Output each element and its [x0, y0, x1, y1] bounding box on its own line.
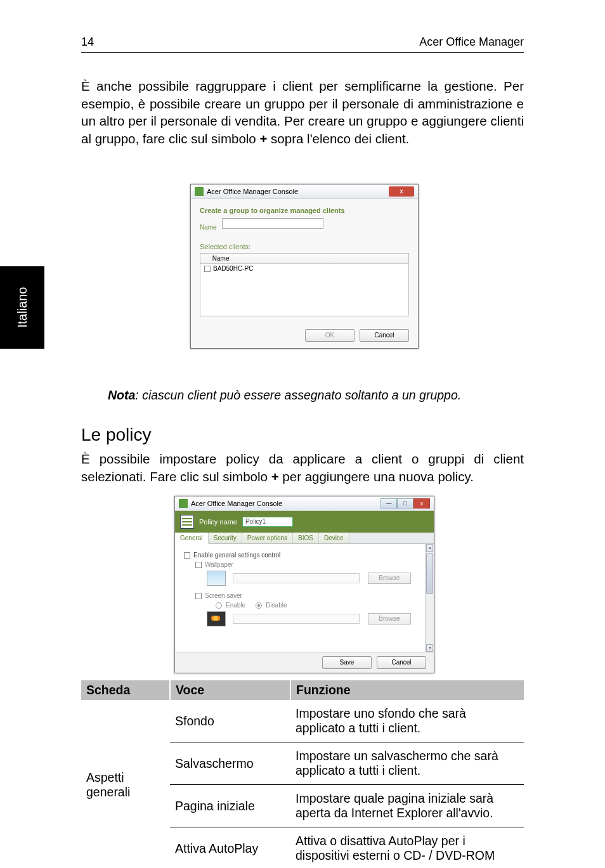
tab-general[interactable]: General [175, 533, 209, 544]
clients-table-header: Name [200, 254, 408, 264]
scroll-up-icon[interactable]: ▴ [426, 544, 433, 552]
cell-voce: Sfondo [170, 700, 290, 742]
app-icon [179, 499, 188, 508]
table-row: Aspetti generali Sfondo Impostare uno sf… [81, 700, 524, 742]
dialog-titlebar: Acer Office Manager Console x [191, 185, 418, 199]
name-label: Name [200, 224, 217, 231]
th-voce: Voce [170, 680, 290, 700]
cell-voce: Salvaschermo [170, 742, 290, 785]
col-name-header: Name [212, 255, 230, 262]
screensaver-picker-row: Browse [207, 611, 425, 626]
p1-plus: + [259, 131, 267, 146]
browse-button[interactable]: Browse [368, 613, 411, 625]
cell-scheda: Aspetti generali [81, 700, 170, 868]
clients-table: Name BAD50HC-PC [200, 253, 409, 316]
header-title: Acer Office Manager [419, 36, 524, 49]
app-icon [195, 187, 204, 196]
wallpaper-preview [207, 571, 226, 586]
cell-funzione: Attiva o disattiva AutoPlay per i dispos… [290, 827, 524, 869]
row-checkbox[interactable] [204, 266, 211, 272]
cell-funzione: Impostare quale pagina iniziale sarà ape… [290, 785, 524, 827]
screensaver-preview [207, 611, 226, 626]
enable-settings-label: Enable general settings control [193, 552, 280, 559]
table-row[interactable]: BAD50HC-PC [200, 264, 408, 273]
screensaver-radio-row: Enable Disable [216, 602, 425, 609]
note-label: Nota [108, 388, 135, 402]
enable-settings-checkbox[interactable] [184, 552, 190, 559]
wallpaper-path-input[interactable] [233, 573, 360, 583]
screensaver-row: Screen saver [195, 592, 425, 599]
dialog-body: Create a group to organize managed clien… [191, 199, 418, 323]
p1-tail: sopra l'elenco dei client. [267, 131, 409, 146]
paragraph-2: È possibile impostare policy da applicar… [81, 450, 524, 485]
ok-button[interactable]: OK [305, 329, 355, 342]
minimize-icon[interactable]: — [381, 498, 397, 508]
close-icon[interactable]: x [389, 186, 414, 197]
scroll-down-icon[interactable]: ▾ [426, 644, 433, 652]
wallpaper-picker-row: Browse [207, 571, 425, 586]
policy-titlebar: Acer Office Manager Console — □ x [175, 496, 434, 511]
note-text: Nota: ciascun client può essere assegnat… [108, 388, 524, 403]
note-body: : ciascun client può essere assegnato so… [135, 388, 461, 402]
cell-voce: Pagina iniziale [170, 785, 290, 827]
tab-security[interactable]: Security [209, 533, 242, 543]
cancel-button[interactable]: Cancel [360, 329, 409, 342]
create-group-dialog: Acer Office Manager Console x Create a g… [190, 184, 419, 349]
language-tab: Italiano [0, 266, 44, 349]
dialog-buttons: OK Cancel [191, 323, 418, 348]
cell-funzione: Impostare un salvaschermo che sarà appli… [290, 742, 524, 785]
policy-dialog: Acer Office Manager Console — □ x Policy… [174, 496, 434, 673]
cancel-button[interactable]: Cancel [377, 656, 426, 669]
tab-power[interactable]: Power options [242, 533, 293, 543]
cell-funzione: Impostare uno sfondo che sarà applicato … [290, 700, 524, 742]
scrollbar[interactable]: ▴ ▾ [425, 544, 434, 652]
enable-settings-row[interactable]: Enable general settings control [184, 552, 425, 559]
th-scheda: Scheda [81, 680, 170, 700]
policy-name-bar: Policy name Policy1 [175, 511, 434, 533]
paragraph-1: È anche possibile raggruppare i client p… [81, 77, 524, 148]
p2-tail: per aggiungere una nuova policy. [279, 469, 474, 484]
screensaver-path-input[interactable] [233, 614, 360, 624]
policy-icon [180, 515, 194, 529]
settings-table: Scheda Voce Funzione Aspetti generali Sf… [81, 680, 524, 868]
save-button[interactable]: Save [322, 656, 372, 669]
policy-name-input[interactable]: Policy1 [242, 517, 293, 527]
policy-body: Enable general settings control Wallpape… [175, 544, 434, 652]
policy-tabs: General Security Power options BIOS Devi… [175, 533, 434, 544]
window-buttons: — □ x [381, 498, 430, 508]
cell-voce: Attiva AutoPlay [170, 827, 290, 869]
policy-footer: Save Cancel [175, 652, 434, 673]
page-number: 14 [81, 36, 94, 49]
browse-button[interactable]: Browse [368, 573, 411, 584]
tab-bios[interactable]: BIOS [293, 533, 319, 543]
policy-name-label: Policy name [199, 518, 237, 526]
enable-radio-label: Enable [226, 602, 245, 609]
group-name-input[interactable] [222, 218, 323, 229]
wallpaper-row: Wallpaper [195, 561, 425, 568]
tab-device[interactable]: Device [319, 533, 349, 543]
screensaver-label: Screen saver [205, 592, 242, 599]
disable-radio[interactable] [256, 602, 262, 609]
p2-plus: + [271, 469, 279, 484]
maximize-icon[interactable]: □ [397, 498, 413, 508]
policy-title-text: Acer Office Manager Console [191, 500, 282, 507]
table-header-row: Scheda Voce Funzione [81, 680, 524, 700]
enable-radio[interactable] [216, 602, 222, 609]
section-heading: Le policy [81, 425, 152, 445]
client-name: BAD50HC-PC [213, 265, 253, 272]
wallpaper-checkbox[interactable] [195, 562, 202, 568]
close-icon[interactable]: x [413, 498, 430, 508]
th-funzione: Funzione [290, 680, 524, 700]
wallpaper-label: Wallpaper [205, 561, 233, 568]
disable-radio-label: Disable [266, 602, 287, 609]
header-rule [81, 52, 524, 53]
dialog-heading: Create a group to organize managed clien… [200, 207, 409, 214]
scroll-thumb[interactable] [426, 553, 433, 594]
selected-clients-label: Selected clients: [200, 243, 409, 250]
dialog-title-text: Acer Office Manager Console [207, 188, 298, 195]
screensaver-checkbox[interactable] [195, 593, 202, 599]
